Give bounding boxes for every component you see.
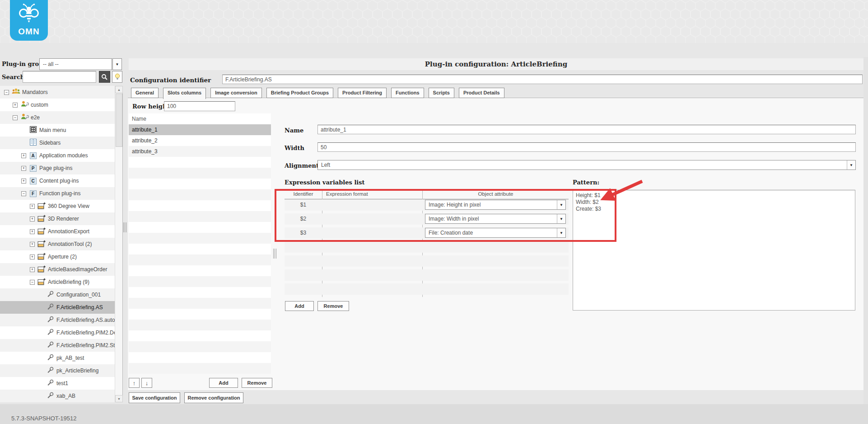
expand-icon[interactable]: + [21,153,26,158]
expression-row-3[interactable]: $3File: Creation date▼ [285,227,569,239]
collapse-icon[interactable]: − [4,90,9,95]
tree-item-application-modules[interactable]: +AApplication modules [0,149,115,162]
config-identifier-input[interactable] [222,75,863,84]
slot-add-button[interactable]: Add [209,378,238,388]
slot-row-empty[interactable] [129,298,271,309]
tree-item-mandators[interactable]: −Mandators [0,86,115,99]
slot-row-empty[interactable] [129,341,271,352]
plugin-group-select[interactable]: -- all -- [39,58,112,70]
tab-general[interactable]: General [131,88,159,98]
plugin-group-dropdown-button[interactable]: ▼ [112,58,122,70]
tab-image-conversion[interactable]: Image conversion [210,88,262,98]
slot-row-empty[interactable] [129,211,271,222]
alignment-select[interactable]: Left ▼ [317,160,856,170]
expression-row-1[interactable]: $1Image: Height in pixel▼ [285,199,569,211]
tree-item-page-plug-ins[interactable]: +PPage plug-ins [0,162,115,174]
object-attribute-select[interactable]: Image: Width in pixel▼ [425,214,566,224]
tree-item-f-articlebriefing-pim2-standard[interactable]: −F.ArticleBriefing.PIM2.Standard [0,339,115,352]
tree-item-articlebriefing-9[interactable]: −ArticleBriefing (9) [0,276,115,288]
tree-scroll-down-button[interactable]: ▼ [115,395,123,402]
expression-add-button[interactable]: Add [285,301,314,311]
slot-row-empty[interactable] [129,157,271,168]
tab-functions[interactable]: Functions [391,88,424,98]
tree-item-content-plug-ins[interactable]: +CContent plug-ins [0,174,115,187]
expand-icon[interactable]: + [30,229,35,234]
slot-row-empty[interactable] [129,244,271,254]
tree-item-annotationexport[interactable]: +AnnotationExport [0,225,115,238]
collapse-icon[interactable]: − [21,191,26,196]
tree-item-360-degree-view[interactable]: +360 Degree View [0,200,115,212]
tree-item-pk-articlebriefing[interactable]: −pk_ArticleBriefing [0,364,115,377]
tree-item-custom[interactable]: +custom [0,99,115,111]
expression-row-empty[interactable] [285,241,569,253]
slot-row-empty[interactable] [129,309,271,320]
width-input[interactable] [317,142,856,152]
slot-row-empty[interactable] [129,200,271,211]
tree-item-pk-ab-test[interactable]: −pk_AB_test [0,352,115,364]
collapse-icon[interactable]: − [30,280,35,285]
move-up-button[interactable]: ↑ [129,378,140,388]
search-hint-button[interactable] [112,71,122,83]
slot-row-empty[interactable] [129,320,271,330]
expand-icon[interactable]: + [30,267,35,272]
panel-splitter-handle[interactable] [273,249,277,259]
tab-product-details[interactable]: Product Details [459,88,504,98]
expand-icon[interactable]: + [21,179,26,184]
move-down-button[interactable]: ↓ [141,378,152,388]
tree-item-f-articlebriefing-as-auto[interactable]: −F.ArticleBriefing.AS.auto [0,314,115,326]
tree-scroll-up-button[interactable]: ▲ [115,86,123,93]
tree-item-f-articlebriefing-as[interactable]: −F.ArticleBriefing.AS [0,301,115,314]
object-attribute-select[interactable]: Image: Height in pixel▼ [425,200,566,210]
slot-row-empty[interactable] [129,233,271,244]
slot-row-empty[interactable] [129,179,271,189]
pattern-textarea[interactable]: Height: $1 Width: $2 Create: $3 [573,190,855,311]
expand-icon[interactable]: + [30,254,35,259]
slot-remove-button[interactable]: Remove [242,378,272,388]
tab-briefing-product-groups[interactable]: Briefing Product Groups [266,88,333,98]
slot-row-attribute-3[interactable]: attribute_3 [129,146,271,157]
name-input[interactable] [317,125,856,134]
search-input[interactable] [23,71,96,83]
expand-icon[interactable]: + [30,204,35,209]
slot-row-empty[interactable] [129,168,271,179]
tab-scripts[interactable]: Scripts [429,88,454,98]
slot-row-empty[interactable] [129,189,271,200]
expression-row-2[interactable]: $2Image: Width in pixel▼ [285,213,569,225]
tree-item-sidebars[interactable]: −Sidebars [0,137,115,149]
main-scrollbar[interactable] [863,57,868,404]
slot-row-attribute-2[interactable]: attribute_2 [129,135,271,146]
expand-icon[interactable]: + [21,166,26,171]
tree-scrollbar-thumb[interactable] [116,94,122,147]
tree-item-articlebasedimageorder[interactable]: +ArticleBasedImageOrder [0,263,115,276]
expression-row-empty[interactable] [285,255,569,267]
tree-item-main-menu[interactable]: −Main menu [0,124,115,137]
tree-item-xab-ab[interactable]: −xab_AB [0,390,115,402]
save-configuration-button[interactable]: Save configuration [129,392,180,403]
slot-row-empty[interactable] [129,352,271,363]
tab-slots-columns[interactable]: Slots columns [163,88,206,99]
tab-product-filtering[interactable]: Product Filtering [338,88,387,98]
collapse-icon[interactable]: − [13,115,18,120]
slot-row-empty[interactable] [129,222,271,233]
slot-row-empty[interactable] [129,363,271,374]
slot-row-empty[interactable] [129,276,271,287]
search-button[interactable] [99,71,110,83]
tree-item-e2e[interactable]: −e2e [0,111,115,124]
slot-row-empty[interactable] [129,265,271,276]
slot-row-empty[interactable] [129,330,271,341]
expand-icon[interactable]: + [30,217,35,221]
tree-item-f-articlebriefing-pim2-demo[interactable]: −F.ArticleBriefing.PIM2.Demo [0,326,115,339]
tree-item-configuration-001[interactable]: −Configuration_001 [0,288,115,301]
expand-icon[interactable]: + [30,242,35,247]
sidebar-splitter-handle[interactable] [123,222,127,232]
tree-item-3d-renderer[interactable]: +3D Renderer [0,212,115,225]
tree-item-test1[interactable]: −test1 [0,377,115,390]
expression-remove-button[interactable]: Remove [317,301,349,311]
remove-configuration-button[interactable]: Remove configuration [184,392,243,403]
slot-row-attribute-1[interactable]: attribute_1 [129,124,271,135]
tree-item-aperture-2[interactable]: +Aperture (2) [0,250,115,263]
tree-item-annotationtool-2[interactable]: +AnnotationTool (2) [0,238,115,250]
expression-row-empty[interactable] [285,283,569,295]
row-height-input[interactable] [164,101,235,111]
slot-row-empty[interactable] [129,287,271,298]
